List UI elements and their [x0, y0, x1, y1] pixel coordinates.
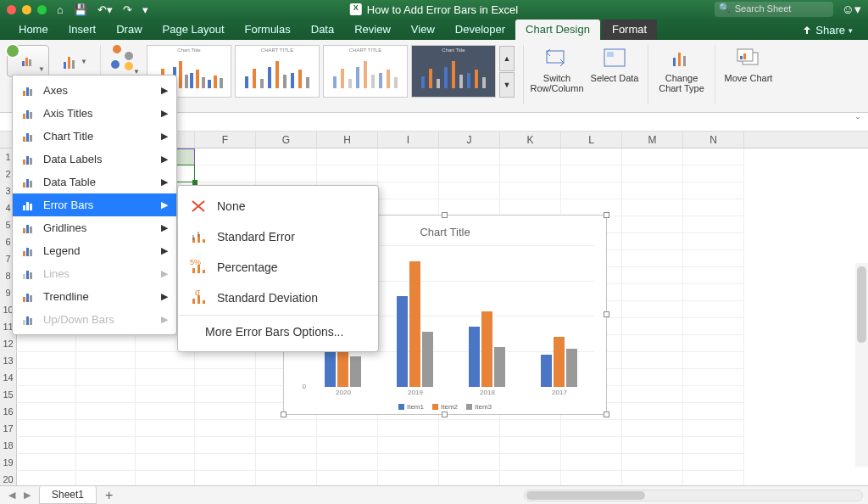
cell[interactable] [683, 250, 744, 267]
cell[interactable] [500, 165, 561, 182]
column-header[interactable]: M [622, 132, 683, 148]
save-icon[interactable]: 💾 [74, 3, 87, 16]
cell[interactable] [17, 454, 76, 471]
cell[interactable] [500, 199, 561, 216]
vertical-scrollbar[interactable] [855, 263, 868, 467]
cell[interactable] [439, 148, 500, 165]
cell[interactable] [622, 216, 683, 233]
cell[interactable] [622, 437, 683, 454]
cell[interactable] [136, 420, 195, 437]
cell[interactable] [256, 420, 317, 437]
chart-resize-handle[interactable] [604, 212, 609, 218]
menu-item-trendline[interactable]: Trendline▶ [13, 285, 176, 308]
cell[interactable] [622, 420, 683, 437]
cell[interactable] [622, 454, 683, 471]
cell[interactable] [683, 437, 744, 454]
more-error-bars-options[interactable]: More Error Bars Options... [178, 317, 378, 346]
cell[interactable] [195, 352, 256, 369]
tab-page-layout[interactable]: Page Layout [153, 20, 235, 40]
cell[interactable] [500, 148, 561, 165]
sheet-nav-last[interactable]: ▶ [20, 490, 34, 501]
cell[interactable] [17, 386, 76, 403]
row-header[interactable]: 13 [0, 352, 17, 369]
error-bars-standard-deviation[interactable]: σ Standard Deviation [178, 283, 378, 313]
tab-view[interactable]: View [401, 20, 445, 40]
cell[interactable] [195, 454, 256, 471]
cell[interactable] [439, 165, 500, 182]
cell[interactable] [17, 369, 76, 386]
cell[interactable] [683, 267, 744, 284]
add-chart-element-button[interactable]: ▼ [7, 45, 49, 77]
qat-customize-icon[interactable]: ▾ [142, 3, 148, 16]
cell[interactable] [622, 352, 683, 369]
select-data-button[interactable]: Select Data [590, 45, 639, 83]
chart-bar[interactable] [481, 311, 492, 387]
cell[interactable] [76, 437, 136, 454]
cell[interactable] [76, 352, 136, 369]
cell[interactable] [378, 182, 439, 199]
chart-legend[interactable]: Item1 Item2 Item3 [284, 403, 606, 411]
cell[interactable] [17, 403, 76, 420]
chart-bar[interactable] [469, 327, 480, 387]
cell[interactable] [561, 437, 622, 454]
move-chart-button[interactable]: Move Chart [724, 45, 773, 83]
chart-resize-handle[interactable] [281, 412, 287, 417]
cell[interactable] [317, 148, 378, 165]
cell[interactable] [683, 318, 744, 335]
row-header[interactable]: 14 [0, 369, 17, 386]
cell[interactable] [622, 233, 683, 250]
cell[interactable] [76, 454, 136, 471]
quick-layout-button[interactable]: ▼ [58, 45, 92, 77]
cell[interactable] [76, 386, 136, 403]
cell[interactable] [195, 386, 256, 403]
cell[interactable] [683, 386, 744, 403]
switch-row-column-button[interactable]: Switch Row/Column [532, 45, 581, 93]
cell[interactable] [622, 284, 683, 301]
cell[interactable] [622, 199, 683, 216]
cell[interactable] [683, 199, 744, 216]
cell[interactable] [17, 437, 76, 454]
tab-formulas[interactable]: Formulas [235, 20, 301, 40]
chart-bar[interactable] [397, 296, 408, 387]
menu-item-legend[interactable]: Legend▶ [13, 239, 176, 262]
cell[interactable] [378, 165, 439, 182]
add-sheet-button[interactable]: + [97, 488, 121, 503]
cell[interactable] [195, 437, 256, 454]
chart-bar[interactable] [554, 337, 565, 387]
cell[interactable] [76, 335, 136, 352]
chart-bar[interactable] [409, 261, 420, 387]
cell[interactable] [378, 148, 439, 165]
cell[interactable] [500, 420, 561, 437]
redo-icon[interactable]: ↷ [123, 3, 132, 16]
tab-developer[interactable]: Developer [445, 20, 515, 40]
cell[interactable] [136, 352, 195, 369]
cell[interactable] [256, 165, 317, 182]
menu-item-axis-titles[interactable]: Axis Titles▶ [13, 102, 176, 125]
row-header[interactable]: 12 [0, 335, 17, 352]
cell[interactable] [561, 199, 622, 216]
cell[interactable] [683, 182, 744, 199]
cell[interactable] [622, 267, 683, 284]
cell[interactable] [500, 437, 561, 454]
cell[interactable] [561, 454, 622, 471]
cell[interactable] [378, 437, 439, 454]
cell[interactable] [683, 454, 744, 471]
cell[interactable] [439, 420, 500, 437]
cell[interactable] [317, 165, 378, 182]
row-header[interactable]: 19 [0, 454, 17, 471]
cell[interactable] [195, 403, 256, 420]
cell[interactable] [561, 182, 622, 199]
chart-bar[interactable] [422, 332, 433, 387]
column-header[interactable]: H [317, 132, 378, 148]
cell[interactable] [622, 403, 683, 420]
chart-style-4[interactable]: Chart Title [411, 45, 496, 98]
cell[interactable] [683, 284, 744, 301]
tab-review[interactable]: Review [344, 20, 401, 40]
sheet-tab-sheet1[interactable]: Sheet1 [39, 486, 97, 504]
horizontal-scrollbar[interactable] [524, 490, 863, 501]
column-header[interactable]: J [439, 132, 500, 148]
row-header[interactable]: 15 [0, 386, 17, 403]
menu-item-gridlines[interactable]: Gridlines▶ [13, 216, 176, 239]
cell[interactable] [622, 148, 683, 165]
home-icon[interactable]: ⌂ [57, 3, 64, 16]
